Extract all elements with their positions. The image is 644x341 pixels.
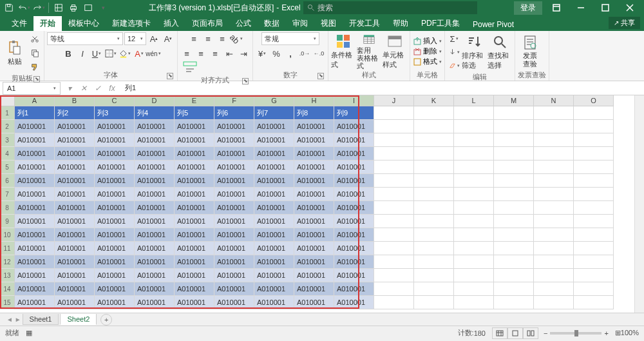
align-bottom-icon[interactable]: ≡ [216,32,229,45]
cell[interactable] [374,228,414,242]
cell[interactable] [574,161,614,174]
cell[interactable]: A010001 [95,228,135,242]
align-top-icon[interactable]: ≡ [187,32,200,45]
cell[interactable] [374,133,414,147]
cell[interactable]: A010001 [334,269,374,282]
tab-review[interactable]: 审阅 [286,16,314,31]
cell[interactable]: A010001 [95,215,135,228]
row-header-15[interactable]: 15 [0,296,15,309]
cells-area[interactable]: 列1列2列3列4列5列6列7列8列9A010001A010001A010001A… [15,106,644,313]
cell[interactable] [494,269,534,282]
cell[interactable]: A010001 [55,147,95,161]
cell[interactable] [414,282,454,296]
cell[interactable]: A010001 [55,161,95,174]
cell[interactable] [574,228,614,242]
col-header-C[interactable]: C [95,95,135,106]
cell[interactable]: A010001 [254,120,294,133]
vertical-scrollbar[interactable] [634,95,644,313]
cell[interactable] [414,215,454,228]
cell[interactable]: A010001 [214,174,254,188]
cell[interactable]: A010001 [15,242,55,255]
cell[interactable]: A010001 [15,228,55,242]
cell[interactable] [414,174,454,188]
cell[interactable]: A010001 [175,296,214,309]
cell[interactable]: A010001 [55,188,95,201]
cell[interactable]: A010001 [334,255,374,269]
cell[interactable]: A010001 [294,133,334,147]
col-header-K[interactable]: K [414,95,454,106]
cell[interactable] [454,174,494,188]
copy-icon[interactable] [28,46,41,59]
cell[interactable] [454,269,494,282]
cell[interactable]: A010001 [175,269,214,282]
cell[interactable] [374,188,414,201]
cell[interactable]: A010001 [254,282,294,296]
cell[interactable]: A010001 [95,255,135,269]
cell[interactable] [494,255,534,269]
cell[interactable] [534,228,574,242]
cell[interactable] [574,215,614,228]
zoom-out-icon[interactable]: − [544,329,547,337]
cell[interactable]: A010001 [175,161,214,174]
cell[interactable] [454,161,494,174]
cell[interactable]: A010001 [294,147,334,161]
accessibility-icon[interactable]: ▦ [26,329,32,337]
ribbon-display-icon[interactable] [546,0,567,15]
cell[interactable]: A010001 [214,242,254,255]
bold-button[interactable]: B [62,47,75,60]
add-sheet-button[interactable]: + [100,314,112,326]
cell[interactable] [494,201,534,215]
cell[interactable]: A010001 [294,188,334,201]
indent-decrease-icon[interactable]: ⇤ [223,47,236,60]
col-header-D[interactable]: D [135,95,175,106]
cell[interactable]: A010001 [254,174,294,188]
cell[interactable]: A010001 [15,161,55,174]
row-header-1[interactable]: 1 [0,106,15,120]
indent-increase-icon[interactable]: ⇥ [237,47,250,60]
cell[interactable]: A010001 [55,242,95,255]
cell[interactable]: A010001 [214,269,254,282]
cell[interactable]: A010001 [294,282,334,296]
cell[interactable] [534,296,574,309]
cell[interactable]: A010001 [334,201,374,215]
col-header-A[interactable]: A [15,95,55,106]
row-header-10[interactable]: 10 [0,228,15,242]
cell[interactable]: 列1 [15,106,55,120]
border-button[interactable]: ▾ [104,47,117,60]
cell[interactable]: A010001 [55,133,95,147]
cell[interactable] [494,228,534,242]
login-button[interactable]: 登录 [514,1,542,15]
cell[interactable] [534,147,574,161]
invoice-button[interactable]: 发票 查验 [518,33,542,70]
row-header-8[interactable]: 8 [0,201,15,215]
cell[interactable]: A010001 [214,120,254,133]
tab-pdf[interactable]: PDF工具集 [415,16,466,31]
cell[interactable]: A010001 [135,228,175,242]
cell[interactable]: A010001 [334,174,374,188]
cell[interactable] [374,269,414,282]
cell[interactable] [454,188,494,201]
cell[interactable]: 列4 [135,106,175,120]
cell[interactable] [574,120,614,133]
cell[interactable] [414,133,454,147]
cell[interactable]: A010001 [254,188,294,201]
fill-color-button[interactable]: ▾ [118,47,131,60]
cell[interactable]: A010001 [135,201,175,215]
cell[interactable]: A010001 [95,269,135,282]
cell[interactable] [374,296,414,309]
fx-icon[interactable]: fx [106,82,118,95]
cell[interactable]: A010001 [254,242,294,255]
cell[interactable]: A010001 [175,147,214,161]
cell[interactable]: A010001 [55,228,95,242]
cell[interactable] [374,282,414,296]
launcher-icon[interactable]: ⬊ [242,78,249,84]
cell[interactable]: A010001 [55,282,95,296]
format-cell-button[interactable]: 格式▾ [413,57,442,66]
cell[interactable]: A010001 [175,120,214,133]
cell[interactable] [574,282,614,296]
orientation-icon[interactable]: ab▾ [230,32,243,45]
fill-icon[interactable]: ▾ [448,46,460,59]
cell[interactable]: A010001 [135,188,175,201]
cell[interactable] [574,174,614,188]
cell[interactable] [494,188,534,201]
